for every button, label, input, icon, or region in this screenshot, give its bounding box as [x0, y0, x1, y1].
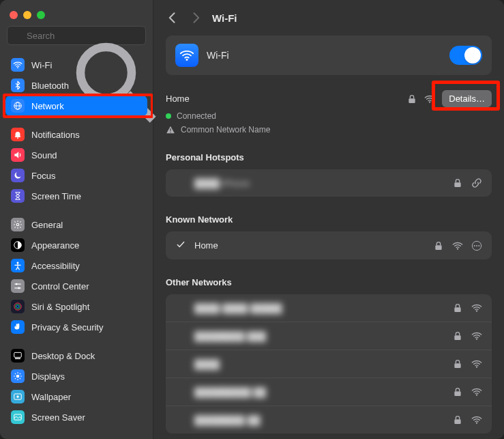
- sidebar-item-label: Displays: [31, 371, 142, 382]
- sidebar-item-appearance[interactable]: Appearance: [5, 235, 147, 255]
- sidebar-item-label: Notifications: [31, 130, 142, 140]
- hourglass-icon: [11, 189, 25, 203]
- network-name: ████████ ███: [194, 331, 444, 341]
- sidebar-item-label: Wi-Fi: [31, 60, 142, 70]
- sidebar: Wi-FiBluetoothNetworkNotificationsSoundF…: [0, 0, 153, 439]
- minimize-button[interactable]: [23, 11, 31, 19]
- network-name: ████████-██: [194, 415, 444, 425]
- wifi-signal-icon: [471, 386, 482, 397]
- screensaver-icon: [11, 410, 25, 424]
- section-title-known: Known Network: [166, 214, 492, 225]
- network-row[interactable]: █████████ ██: [166, 378, 492, 406]
- lock-icon: [433, 240, 444, 251]
- current-network: Home Details… Connected Common Network N…: [166, 89, 492, 134]
- section-title-hotspots: Personal Hotspots: [166, 152, 492, 162]
- sidebar-item-label: Desktop & Dock: [31, 351, 142, 361]
- more-options-button[interactable]: [471, 240, 482, 251]
- known-card: Home: [166, 231, 492, 259]
- figure-icon: [11, 259, 25, 272]
- sidebar-item-accessibility[interactable]: Accessibility: [5, 255, 147, 276]
- fullscreen-button[interactable]: [37, 11, 45, 19]
- wifi-signal-icon: [424, 94, 435, 104]
- appearance-icon: [11, 238, 25, 252]
- sidebar-item-displays[interactable]: Displays: [5, 366, 147, 386]
- lock-icon: [452, 178, 463, 188]
- network-row[interactable]: ████████-██: [166, 406, 492, 434]
- lock-icon: [452, 302, 463, 313]
- section-title-other: Other Networks: [166, 277, 492, 287]
- siri-icon: [11, 300, 25, 313]
- bell-icon: [11, 128, 25, 141]
- sidebar-item-label: Wallpaper: [31, 392, 142, 402]
- moon-icon: [11, 169, 25, 182]
- network-row[interactable]: ████: [166, 350, 492, 378]
- displays-icon: [11, 369, 25, 383]
- wifi-signal-icon: [471, 330, 482, 341]
- wifi-toggle[interactable]: [449, 46, 482, 65]
- sidebar-item-privacy[interactable]: Privacy & Security: [5, 317, 147, 337]
- sidebar-item-general[interactable]: General: [5, 214, 147, 235]
- sidebar-item-label: Siri & Spotlight: [31, 302, 142, 312]
- hotspot-link-icon: [471, 178, 482, 188]
- wifi-hero-title: Wi-Fi: [207, 50, 441, 61]
- wifi-signal-icon: [452, 240, 463, 251]
- sidebar-item-label: Privacy & Security: [31, 322, 142, 332]
- lock-icon: [452, 386, 463, 397]
- nav-forward-button[interactable]: [189, 11, 203, 25]
- sidebar-item-label: Screen Saver: [31, 412, 142, 423]
- close-button[interactable]: [10, 11, 18, 19]
- sidebar-item-sound[interactable]: Sound: [5, 145, 147, 165]
- hand-icon: [11, 320, 25, 334]
- search-icon: [12, 30, 23, 41]
- sidebar-item-label: General: [31, 220, 142, 230]
- network-row[interactable]: ████████ ███: [166, 322, 492, 350]
- network-name: ████ iPhone: [194, 178, 444, 188]
- lock-icon: [452, 358, 463, 369]
- lock-icon: [406, 94, 417, 104]
- wifi-signal-icon: [471, 302, 482, 313]
- wifi-signal-icon: [471, 358, 482, 369]
- sidebar-item-notifications[interactable]: Notifications: [5, 124, 147, 145]
- sidebar-item-screensaver[interactable]: Screen Saver: [5, 407, 147, 427]
- sidebar-item-label: Appearance: [31, 240, 142, 251]
- sidebar-item-label: Focus: [31, 171, 142, 181]
- sidebar-item-bluetooth[interactable]: Bluetooth: [5, 75, 147, 96]
- warning-icon: [166, 125, 175, 134]
- hotspots-card: ████ iPhone: [166, 169, 492, 197]
- bluetooth-icon: [11, 79, 25, 92]
- sidebar-item-network[interactable]: Network: [5, 96, 147, 116]
- sidebar-item-label: Accessibility: [31, 261, 142, 271]
- network-row[interactable]: Home: [166, 231, 492, 259]
- sidebar-item-wifi[interactable]: Wi-Fi: [5, 55, 147, 75]
- sidebar-item-label: Bluetooth: [31, 81, 142, 91]
- details-button[interactable]: Details…: [442, 90, 492, 107]
- window-controls: [0, 5, 153, 26]
- status-connected-dot: [166, 113, 171, 119]
- sidebar-item-focus[interactable]: Focus: [5, 165, 147, 186]
- search-wrap: [0, 26, 153, 52]
- sidebar-item-label: Control Center: [31, 281, 142, 292]
- network-name: Home: [194, 240, 425, 251]
- warning-text: Common Network Name: [181, 125, 270, 134]
- sidebar-item-siri[interactable]: Siri & Spotlight: [5, 296, 147, 317]
- wallpaper-icon: [11, 390, 25, 403]
- sidebar-item-screentime[interactable]: Screen Time: [5, 186, 147, 206]
- sidebar-item-label: Sound: [31, 150, 142, 160]
- page-title: Wi-Fi: [212, 12, 237, 24]
- sound-icon: [11, 148, 25, 162]
- sidebar-item-controlcenter[interactable]: Control Center: [5, 276, 147, 296]
- sidebar-item-wallpaper[interactable]: Wallpaper: [5, 386, 147, 407]
- other-card: ████-████-█████████████ ████████████████…: [166, 294, 492, 434]
- wifi-icon: [11, 58, 25, 72]
- lock-icon: [452, 414, 463, 425]
- nav-back-button[interactable]: [166, 11, 179, 25]
- gear-icon: [11, 218, 25, 231]
- check-icon: [175, 240, 186, 251]
- globe-icon: [11, 99, 25, 113]
- sidebar-list: Wi-FiBluetoothNetworkNotificationsSoundF…: [0, 52, 153, 439]
- desktop-icon: [11, 349, 25, 363]
- sidebar-item-desktopdock[interactable]: Desktop & Dock: [5, 345, 147, 366]
- network-row[interactable]: ████-████-█████: [166, 294, 492, 322]
- status-text: Connected: [177, 111, 216, 121]
- network-row[interactable]: ████ iPhone: [166, 169, 492, 197]
